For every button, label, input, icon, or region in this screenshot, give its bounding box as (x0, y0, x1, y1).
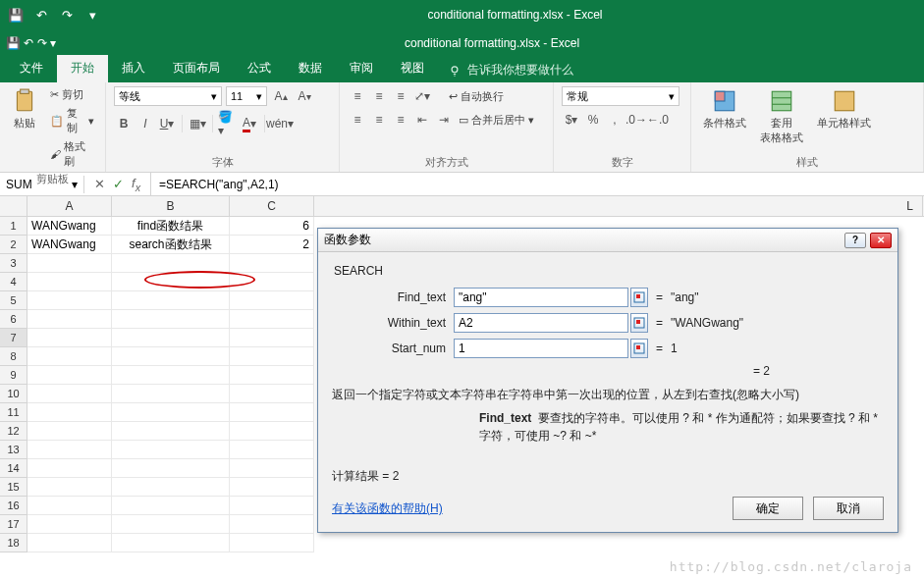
font-color-button[interactable]: A▾ (240, 114, 259, 133)
font-name-select[interactable]: 等线▾ (114, 86, 222, 106)
cell-styles-button[interactable]: 单元格样式 (813, 86, 875, 132)
qat-dropdown-icon[interactable]: ▾ (82, 5, 102, 25)
wrap-icon: ↩ (449, 90, 458, 103)
range-picker-icon[interactable] (630, 339, 648, 358)
col-header-l[interactable]: L (897, 196, 923, 216)
tab-home[interactable]: 开始 (57, 55, 108, 82)
format-table-button[interactable]: 套用 表格格式 (756, 86, 807, 147)
qat-dropdown-icon[interactable]: ▾ (50, 36, 56, 50)
arg-input-start[interactable] (454, 339, 628, 358)
cell-b2[interactable]: search函数结果 (112, 236, 230, 254)
row-header[interactable]: 17 (0, 515, 27, 534)
align-right-button[interactable]: ≡ (391, 110, 410, 130)
cond-format-button[interactable]: 条件格式 (699, 86, 750, 132)
row-header[interactable]: 7 (0, 329, 27, 347)
chevron-down-icon: ▾ (72, 178, 78, 191)
ok-button[interactable]: 确定 (733, 497, 803, 520)
align-left-button[interactable]: ≡ (348, 110, 367, 130)
name-box[interactable]: SUM▾ (0, 176, 84, 193)
phonetic-button[interactable]: wén▾ (270, 114, 290, 133)
tell-me[interactable]: 告诉我你想要做什么 (438, 58, 583, 82)
redo-icon[interactable]: ↷ (57, 5, 77, 25)
copy-button[interactable]: 📋复制▾ (47, 105, 97, 136)
percent-button[interactable]: % (583, 110, 603, 130)
italic-button[interactable]: I (136, 114, 155, 133)
cell-c2[interactable]: 2 (230, 236, 314, 254)
row-header[interactable]: 8 (0, 347, 27, 366)
row-header[interactable]: 11 (0, 403, 27, 422)
inc-decimal-button[interactable]: .0→ (626, 110, 646, 130)
cell-c1[interactable]: 6 (230, 217, 314, 236)
row-header[interactable]: 14 (0, 459, 27, 478)
cancel-button[interactable]: 取消 (813, 497, 884, 520)
cut-button[interactable]: ✂剪切 (47, 86, 97, 103)
comma-button[interactable]: , (605, 110, 625, 130)
row-header[interactable]: 3 (0, 254, 27, 273)
dialog-titlebar[interactable]: 函数参数 ? ✕ (318, 229, 897, 252)
accounting-button[interactable]: $▾ (562, 110, 581, 130)
range-picker-icon[interactable] (630, 288, 648, 307)
cancel-formula-icon[interactable]: ✕ (94, 177, 105, 191)
dec-decimal-button[interactable]: ←.0 (648, 110, 668, 130)
align-top-button[interactable]: ≡ (348, 86, 367, 106)
fx-icon[interactable]: fx (132, 176, 140, 193)
indent-inc-button[interactable]: ⇥ (434, 110, 454, 130)
help-link[interactable]: 有关该函数的帮助(H) (332, 500, 443, 517)
bold-button[interactable]: B (114, 114, 134, 133)
cell-b1[interactable]: find函数结果 (112, 217, 230, 236)
enter-formula-icon[interactable]: ✓ (113, 177, 124, 191)
row-header[interactable]: 10 (0, 385, 27, 403)
border-button[interactable]: ▦▾ (188, 114, 207, 133)
tab-insert[interactable]: 插入 (108, 55, 159, 82)
arg-input-within[interactable] (454, 313, 628, 333)
row-header[interactable]: 5 (0, 291, 27, 310)
undo-icon[interactable]: ↶ (24, 36, 33, 50)
row-header[interactable]: 12 (0, 422, 27, 441)
tab-review[interactable]: 审阅 (336, 55, 387, 82)
tab-formulas[interactable]: 公式 (234, 55, 285, 82)
row-header[interactable]: 18 (0, 534, 27, 552)
shrink-font-button[interactable]: A▾ (295, 86, 314, 106)
wrap-text-button[interactable]: ↩自动换行 (446, 88, 507, 105)
range-picker-icon[interactable] (630, 313, 648, 333)
col-header-c[interactable]: C (230, 196, 314, 216)
merge-center-button[interactable]: ▭合并后居中▾ (456, 112, 537, 129)
align-center-button[interactable]: ≡ (369, 110, 389, 130)
arg-input-find[interactable] (454, 288, 628, 307)
number-format-select[interactable]: 常规▾ (562, 86, 679, 106)
row-header[interactable]: 6 (0, 310, 27, 329)
row-header[interactable]: 1 (0, 217, 27, 236)
cell-a1[interactable]: WANGwang (27, 217, 112, 236)
undo-icon[interactable]: ↶ (31, 5, 51, 25)
col-header-a[interactable]: A (27, 196, 112, 216)
save-icon[interactable]: 💾 (6, 5, 26, 25)
align-middle-button[interactable]: ≡ (369, 86, 389, 106)
tab-data[interactable]: 数据 (285, 55, 336, 82)
close-button[interactable]: ✕ (870, 233, 892, 248)
col-header-b[interactable]: B (112, 196, 230, 216)
align-bottom-button[interactable]: ≡ (391, 86, 410, 106)
underline-button[interactable]: U▾ (157, 114, 177, 133)
redo-icon[interactable]: ↷ (37, 36, 47, 50)
row-header[interactable]: 4 (0, 273, 27, 291)
font-size-select[interactable]: 11▾ (226, 86, 267, 106)
save-icon[interactable]: 💾 (6, 36, 21, 50)
tab-layout[interactable]: 页面布局 (159, 55, 234, 82)
grow-font-button[interactable]: A▴ (271, 86, 291, 106)
row-header[interactable]: 13 (0, 441, 27, 459)
fill-color-button[interactable]: 🪣▾ (218, 114, 238, 133)
tab-view[interactable]: 视图 (387, 55, 438, 82)
row-header[interactable]: 9 (0, 366, 27, 385)
select-all-corner[interactable] (0, 196, 27, 216)
format-painter-button[interactable]: 🖌格式刷 (47, 138, 97, 170)
paste-button[interactable]: 粘贴 (8, 86, 41, 132)
orientation-button[interactable]: ⤢▾ (412, 86, 432, 106)
formula-input[interactable]: =SEARCH("ang",A2,1) (151, 176, 924, 193)
row-header[interactable]: 2 (0, 236, 27, 254)
cell-a2[interactable]: WANGwang (27, 236, 112, 254)
help-button[interactable]: ? (844, 233, 866, 248)
row-header[interactable]: 15 (0, 478, 27, 497)
tab-file[interactable]: 文件 (6, 55, 57, 82)
row-header[interactable]: 16 (0, 497, 27, 515)
indent-dec-button[interactable]: ⇤ (412, 110, 432, 130)
